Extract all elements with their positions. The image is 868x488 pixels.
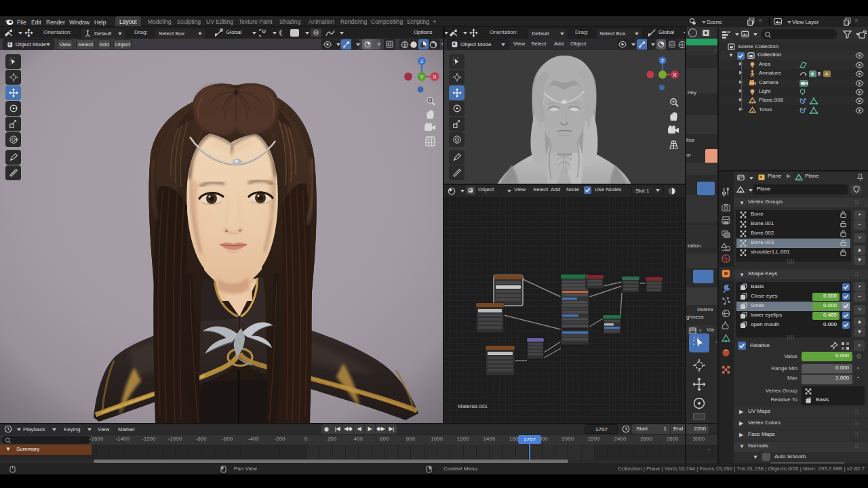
svg-text:Material.001: Material.001 <box>458 403 488 409</box>
svg-text:X: X <box>673 72 677 78</box>
svg-text:X: X <box>433 74 437 80</box>
svg-text:Z: Z <box>420 58 424 64</box>
svg-text:Z: Z <box>661 58 665 64</box>
svg-text:Y: Y <box>420 74 424 80</box>
